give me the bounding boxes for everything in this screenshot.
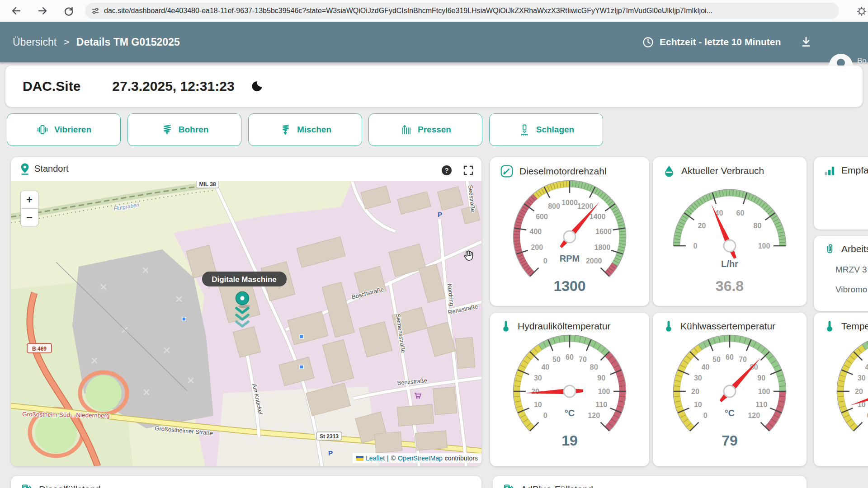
card-aktueller-verbrauch: Aktueller Verbrauch 020406080100L/hr36.8 — [653, 157, 807, 306]
gauge-kuehlwassertemperatur: 0102030405060708090100110120°C79 — [653, 333, 807, 452]
forward-icon[interactable] — [36, 5, 49, 17]
map-zoom-control: + − — [20, 191, 38, 226]
road-badge-b469: B 469 — [27, 343, 52, 353]
gauge-hydraulikoeltemperatur: 0102030405060708090100110120°C19 — [490, 333, 649, 452]
action-label: Bohren — [179, 125, 209, 135]
card-temperatur: Temperatur 0102030405060708090100110120°… — [814, 313, 868, 466]
svg-text:36.8: 36.8 — [716, 278, 744, 294]
time-range-control[interactable]: Echtzeit - letzte 10 Minuten — [642, 22, 781, 62]
svg-text:50: 50 — [552, 356, 561, 363]
svg-text:110: 110 — [595, 401, 607, 408]
map-card-header: Standort ? — [11, 157, 481, 181]
app-header: Übersicht > Details TM G0152025 Echtzeit… — [0, 22, 868, 62]
svg-text:79: 79 — [722, 432, 738, 449]
attachment-item[interactable]: MRZV 3 — [835, 265, 868, 275]
svg-text:60: 60 — [566, 353, 574, 361]
action-mischen-button[interactable]: Mischen — [248, 113, 362, 146]
svg-text:MIL 38: MIL 38 — [199, 181, 216, 188]
svg-text:70: 70 — [739, 356, 747, 363]
site-info-icon[interactable] — [91, 7, 99, 15]
action-pressen-button[interactable]: Pressen — [368, 113, 482, 146]
card-title: AdBlue-Füllstand — [521, 484, 593, 488]
svg-text:L/hr: L/hr — [721, 259, 738, 269]
card-dieselfuellstand: Dieselfüllstand — [11, 476, 481, 488]
marker-dot-center — [240, 296, 244, 300]
svg-text:100: 100 — [598, 388, 610, 395]
svg-text:600: 600 — [536, 213, 548, 221]
gauge-title: Aktueller Verbrauch — [681, 165, 764, 176]
leaflet-link[interactable]: Leaflet — [366, 455, 385, 462]
press-icon — [400, 123, 412, 136]
action-label: Mischen — [297, 125, 331, 135]
parking-icon: P — [438, 211, 442, 218]
card-dieselmotordrehzahl: Dieselmotordrehzahl 02004006008001000120… — [490, 157, 649, 306]
thermometer-icon — [824, 320, 835, 333]
signal-bars-icon — [824, 164, 835, 176]
download-icon[interactable] — [799, 35, 813, 49]
osm-link[interactable]: OpenStreetMap — [398, 455, 443, 462]
svg-text:80: 80 — [754, 222, 762, 230]
mixer-icon — [279, 123, 292, 136]
location-pin-icon — [19, 163, 31, 175]
action-label: Pressen — [418, 125, 451, 135]
svg-text:20: 20 — [855, 388, 863, 395]
site-name: DAC.Site — [23, 79, 80, 94]
map-zoom-out-button[interactable]: − — [21, 209, 38, 226]
card-hydraulikoeltemperatur: Hydrauliköltemperatur 010203040506070809… — [490, 313, 649, 466]
svg-text:RPM: RPM — [560, 253, 580, 263]
map-viewport[interactable]: Boschstraße Siemensstraße Nordring Renss… — [11, 181, 481, 466]
paperclip-icon — [824, 243, 835, 255]
svg-text:200: 200 — [531, 244, 543, 251]
svg-text:400: 400 — [530, 228, 542, 235]
time-range-label: Echtzeit - letzte 10 Minuten — [660, 37, 781, 47]
svg-text:30: 30 — [694, 374, 702, 382]
back-icon[interactable] — [10, 5, 23, 17]
svg-text:20: 20 — [531, 388, 539, 395]
svg-text:90: 90 — [757, 374, 765, 382]
fullscreen-icon[interactable] — [463, 165, 474, 176]
fuel-pump-icon — [21, 483, 33, 488]
action-label: Schlagen — [536, 125, 574, 135]
svg-text:°C: °C — [565, 408, 575, 418]
impact-icon — [518, 123, 531, 136]
map-attribution: Leaflet | © OpenStreetMap contributors — [353, 453, 481, 463]
url-bar[interactable]: dac.site/dashboard/4e403480-ea18-11ef-96… — [85, 3, 839, 19]
svg-text:2000: 2000 — [586, 257, 602, 265]
gauge-dieselmotordrehzahl: 0200400600800100012001400160018002000RPM… — [490, 179, 649, 297]
interchange-green-1 — [85, 375, 122, 411]
action-bohren-button[interactable]: Bohren — [127, 113, 241, 146]
card-arbeitsgeraet: Arbeitsgerät MRZV 3 Vibromo — [814, 236, 868, 311]
svg-text:60: 60 — [726, 353, 734, 361]
night-mode-moon-icon — [250, 80, 263, 93]
svg-text:10: 10 — [534, 401, 542, 408]
svg-text:0: 0 — [543, 257, 547, 265]
site-timestamp: 27.3.2025, 12:31:23 — [112, 79, 234, 94]
breadcrumb-separator: > — [64, 37, 69, 47]
svg-text:50: 50 — [712, 356, 721, 363]
road-badge-mil38: MIL 38 — [196, 181, 219, 188]
attachment-item[interactable]: Vibromo — [835, 285, 868, 295]
card-adblue-fuellstand: AdBlue-Füllstand — [493, 476, 807, 488]
svg-text:1200: 1200 — [577, 202, 594, 210]
svg-text:120: 120 — [748, 412, 760, 419]
map-zoom-in-button[interactable]: + — [21, 191, 38, 209]
svg-text:10: 10 — [694, 401, 702, 408]
action-vibrieren-button[interactable]: Vibrieren — [7, 113, 121, 146]
svg-text:?: ? — [445, 167, 449, 174]
gauge-title: Kühlwassertemperatur — [680, 321, 775, 332]
svg-text:19: 19 — [561, 432, 578, 449]
road-badge-st2313: St 2313 — [316, 432, 342, 440]
breadcrumb: Übersicht > Details TM G0152025 — [13, 22, 180, 62]
reload-icon[interactable] — [62, 5, 75, 17]
action-schlagen-button[interactable]: Schlagen — [489, 113, 603, 146]
card-kuehlwassertemperatur: Kühlwassertemperatur 0102030405060708090… — [653, 313, 807, 466]
breadcrumb-overview[interactable]: Übersicht — [13, 36, 57, 48]
svg-text:40: 40 — [541, 363, 549, 371]
svg-text:20: 20 — [691, 388, 699, 395]
svg-text:100: 100 — [758, 242, 770, 250]
help-icon[interactable]: ? — [441, 165, 452, 176]
settings-gear-icon[interactable] — [855, 5, 868, 18]
map-title: Standort — [34, 164, 69, 174]
svg-text:60: 60 — [736, 209, 745, 217]
svg-text:110: 110 — [755, 401, 767, 408]
